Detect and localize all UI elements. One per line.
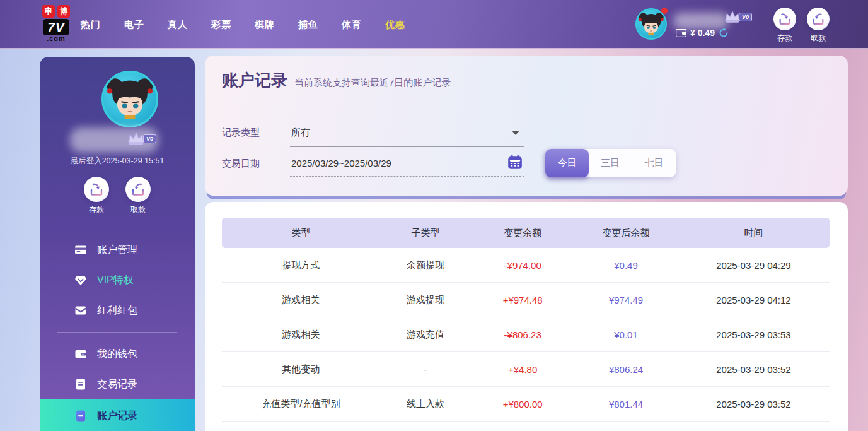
records-panel: 类型 子类型 变更余额 变更后余额 时间 提现方式 余额提现 -¥974.00 …	[205, 202, 848, 431]
cell-after: ¥0.01	[574, 329, 678, 340]
cell-after: ¥801.44	[574, 399, 678, 410]
vip-badge: V0	[739, 13, 752, 21]
cell-after: ¥0.49	[574, 260, 678, 271]
withdraw-icon	[125, 177, 151, 202]
sidebar-menu: 账户管理 VIP特权 红利红包 我的钱包	[40, 235, 195, 431]
table-row: 其他变动 - +¥4.80 ¥806.24 2025-03-29 03:52	[222, 352, 830, 387]
date-range-label: 交易日期	[222, 156, 290, 170]
date-range-input[interactable]: 2025/03/29~2025/03/29	[290, 156, 524, 177]
table-row: 游戏相关 游戏提现 +¥974.48 ¥974.49 2025-03-29 04…	[222, 283, 830, 317]
deposit-icon	[84, 177, 109, 202]
wallet-balance: ¥ 0.49	[676, 28, 729, 38]
cell-time: 2025-03-29 03:53	[678, 329, 830, 340]
cell-after: ¥806.24	[574, 364, 678, 375]
cell-type: 其他变动	[222, 363, 380, 375]
logo-text: 7V	[43, 19, 69, 35]
sidebar: V0 最后登入2025-03-29 15:51 存款 取款 账户管理	[40, 57, 195, 431]
sidebar-avatar-image	[103, 73, 156, 126]
vip-gem-icon	[74, 274, 87, 286]
date-range-value: 2025/03/29~2025/03/29	[291, 158, 391, 168]
cell-type: 充值类型/充值型别	[222, 398, 380, 410]
date-range-row: 交易日期 2025/03/29~2025/03/29	[222, 156, 524, 177]
nav-item-sports[interactable]: 体育	[342, 19, 362, 31]
document-icon	[74, 378, 87, 391]
cell-subtype: 游戏提现	[380, 294, 472, 306]
cell-change: -¥974.00	[471, 260, 574, 271]
sidebar-item-my-wallet[interactable]: 我的钱包	[40, 339, 195, 369]
cell-after: ¥974.49	[574, 295, 678, 305]
username-blurred	[673, 13, 729, 29]
sidebar-item-account-management[interactable]: 账户管理	[40, 235, 195, 265]
account-records-table: 类型 子类型 变更余额 变更后余额 时间 提现方式 余额提现 -¥974.00 …	[222, 218, 830, 422]
cell-time: 2025-03-29 03:52	[678, 364, 830, 375]
quick-button-today[interactable]: 今日	[545, 149, 589, 177]
cell-subtype: 线上入款	[380, 398, 472, 410]
cell-change: +¥800.00	[471, 399, 574, 410]
record-type-label: 记录类型	[222, 125, 290, 139]
cell-change: -¥806.23	[471, 329, 574, 340]
sidebar-vip-level: V0	[127, 131, 156, 146]
sidebar-item-bonus[interactable]: 红利红包	[40, 295, 195, 326]
sidebar-item-account-records[interactable]: 账户记录	[40, 399, 195, 431]
deposit-icon	[773, 8, 796, 30]
menu-divider	[57, 332, 177, 333]
nav-item-slots[interactable]: 电子	[124, 19, 144, 31]
site-logo[interactable]: 申 博 7V .com	[35, 5, 77, 42]
table-row: 提现方式 余额提现 -¥974.00 ¥0.49 2025-03-29 04:2…	[222, 248, 830, 283]
nav-item-lottery[interactable]: 彩票	[211, 19, 231, 31]
cell-time: 2025-03-29 04:12	[678, 295, 830, 305]
nav-item-promos[interactable]: 优惠	[385, 19, 405, 31]
cell-type: 游戏相关	[222, 294, 380, 306]
envelope-icon	[74, 304, 87, 317]
document-icon-active	[74, 410, 87, 422]
table-row: 充值类型/充值型别 线上入款 +¥800.00 ¥801.44 2025-03-…	[222, 387, 830, 422]
record-type-value: 所有	[291, 127, 310, 138]
wallet-icon	[676, 29, 686, 37]
chevron-down-icon	[512, 131, 519, 135]
sidebar-avatar	[101, 71, 158, 127]
notification-dot	[661, 8, 668, 14]
quick-button-3days[interactable]: 三日	[589, 149, 632, 177]
calendar-icon[interactable]	[507, 154, 523, 170]
page-header: 账户记录 当前系统支持查询最近7日的账户记录	[222, 69, 451, 92]
cell-time: 2025-03-29 04:29	[678, 260, 830, 271]
cell-time: 2025-03-29 03:52	[678, 399, 830, 410]
logo-badge-2: 博	[57, 5, 70, 18]
filter-panel: 账户记录 当前系统支持查询最近7日的账户记录 记录类型 所有 交易日期 2025…	[205, 56, 848, 196]
cell-type: 提现方式	[222, 259, 380, 271]
nav-item-chess[interactable]: 棋牌	[255, 19, 275, 31]
table-header-row: 类型 子类型 变更余额 变更后余额 时间	[222, 218, 830, 248]
balance-amount: ¥ 0.49	[690, 28, 715, 38]
last-login-text: 最后登入2025-03-29 15:51	[40, 156, 195, 167]
header-change: 变更余额	[471, 227, 574, 239]
header-after: 变更后余额	[574, 227, 678, 239]
wallet-icon	[74, 348, 87, 360]
logo-badge-1: 申	[42, 5, 55, 18]
vip-level: V0	[724, 10, 752, 24]
quick-button-7days[interactable]: 七日	[632, 149, 676, 177]
nav-item-fishing[interactable]: 捕鱼	[298, 19, 318, 31]
withdraw-button[interactable]: 取款	[807, 8, 830, 44]
record-type-select[interactable]: 所有	[290, 125, 524, 147]
cell-subtype: 游戏充值	[380, 329, 472, 341]
card-icon	[74, 244, 87, 256]
sidebar-withdraw-button[interactable]: 取款	[125, 177, 151, 215]
nav-item-live[interactable]: 真人	[168, 19, 188, 31]
record-type-row: 记录类型 所有	[222, 125, 524, 147]
sidebar-deposit-button[interactable]: 存款	[84, 177, 109, 215]
deposit-button[interactable]: 存款	[773, 8, 796, 44]
cell-type: 游戏相关	[222, 329, 380, 341]
sidebar-item-vip[interactable]: VIP特权	[40, 265, 195, 295]
nav-item-hot[interactable]: 热门	[81, 19, 101, 31]
logo-suffix: .com	[47, 35, 66, 42]
cell-subtype: 余额提现	[380, 259, 472, 271]
header-time: 时间	[678, 227, 830, 239]
cell-change: +¥974.48	[471, 295, 574, 305]
avatar-image	[637, 9, 666, 38]
cell-subtype: -	[380, 364, 472, 375]
refresh-icon[interactable]	[719, 28, 729, 38]
sidebar-item-transaction-records[interactable]: 交易记录	[40, 369, 195, 399]
page-title: 账户记录	[222, 69, 287, 92]
top-navigation-bar: 申 博 7V .com 热门 电子 真人 彩票 棋牌 捕鱼 体育 优惠	[0, 0, 868, 49]
header-type: 类型	[222, 227, 380, 239]
